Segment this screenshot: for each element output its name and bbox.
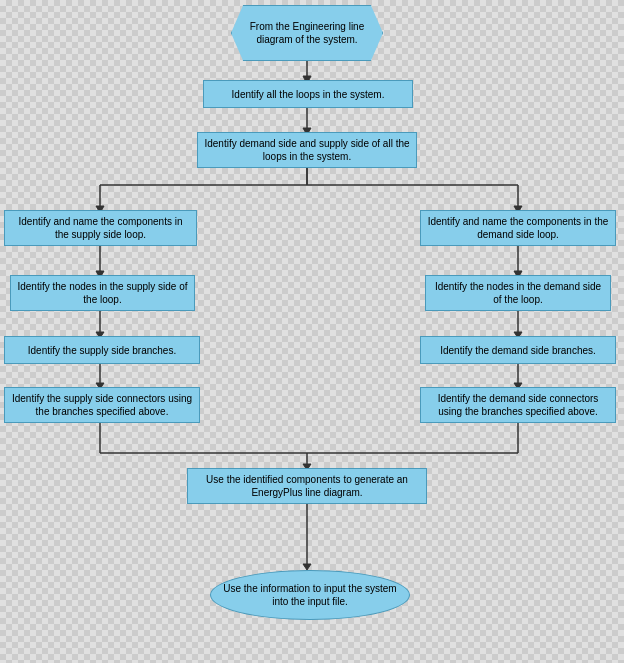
supply-branches-box: Identify the supply side branches. (4, 336, 200, 364)
energyplus-box: Use the identified components to generat… (187, 468, 427, 504)
demand-branches-box: Identify the demand side branches. (420, 336, 616, 364)
demand-components-box: Identify and name the components in the … (420, 210, 616, 246)
start-box: From the Engineering line diagram of the… (231, 5, 383, 61)
demand-connectors-box: Identify the demand side connectors usin… (420, 387, 616, 423)
supply-nodes-box: Identify the nodes in the supply side of… (10, 275, 195, 311)
supply-components-box: Identify and name the components in the … (4, 210, 197, 246)
demand-supply-box: Identify demand side and supply side of … (197, 132, 417, 168)
loops-box: Identify all the loops in the system. (203, 80, 413, 108)
demand-nodes-box: Identify the nodes in the demand side of… (425, 275, 611, 311)
input-file-box: Use the information to input the system … (210, 570, 410, 620)
supply-connectors-box: Identify the supply side connectors usin… (4, 387, 200, 423)
